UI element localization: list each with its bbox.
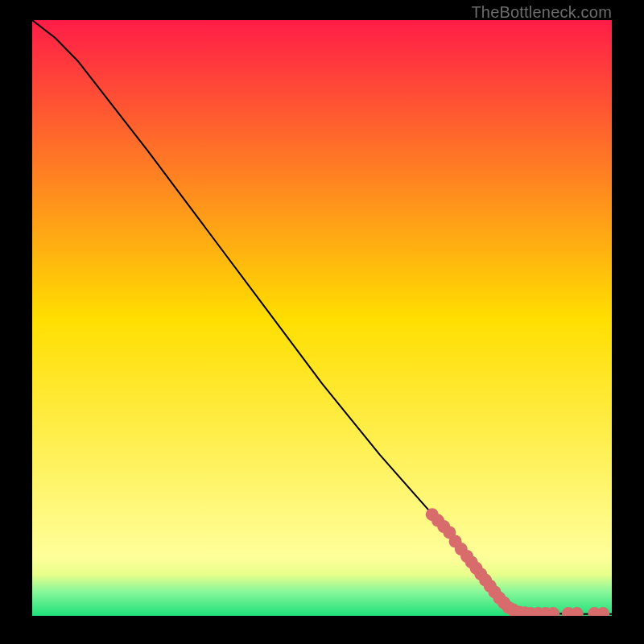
chart-svg bbox=[32, 20, 612, 616]
chart-stage: TheBottleneck.com bbox=[0, 0, 644, 644]
watermark-text: TheBottleneck.com bbox=[471, 3, 612, 22]
gradient-background bbox=[32, 20, 612, 616]
plot-area bbox=[32, 20, 612, 616]
